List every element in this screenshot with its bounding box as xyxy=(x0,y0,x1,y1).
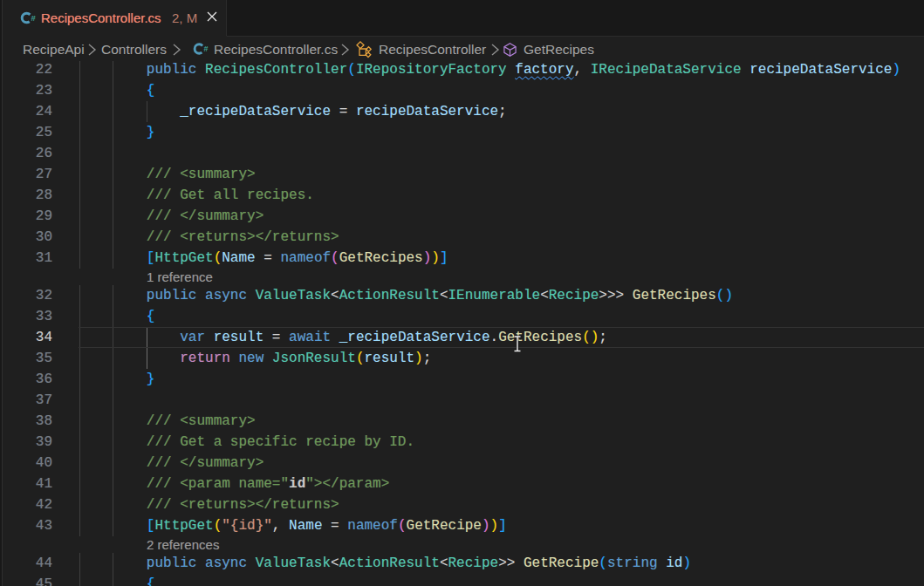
svg-text:#: # xyxy=(31,13,37,23)
svg-text:#: # xyxy=(203,44,208,52)
